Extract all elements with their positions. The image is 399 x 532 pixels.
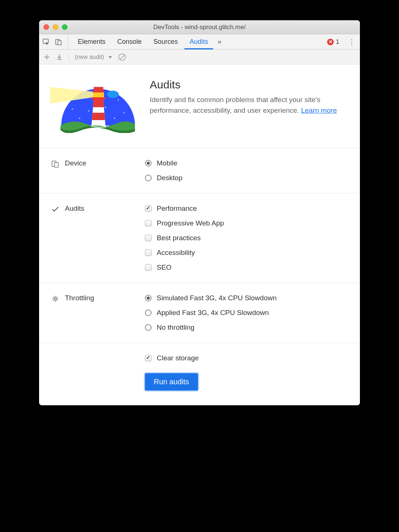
description-text: Identify and fix common problems that af…	[150, 96, 320, 114]
audit-select[interactable]: (new audit)	[73, 52, 114, 62]
gear-icon	[51, 294, 60, 303]
device-icon	[51, 160, 60, 168]
svg-point-9	[79, 118, 80, 119]
option-label: Progressive Web App	[157, 219, 224, 227]
clear-storage-section: Clear storage	[39, 343, 360, 373]
minimize-window-button[interactable]	[53, 24, 58, 30]
svg-rect-23	[55, 162, 58, 167]
devtools-window: DevTools - wind-sprout.glitch.me/ Elemen…	[39, 20, 360, 405]
svg-rect-18	[91, 97, 105, 99]
tabs-overflow-button[interactable]: »	[214, 34, 225, 49]
learn-more-link[interactable]: Learn more	[301, 106, 337, 114]
maximize-window-button[interactable]	[62, 24, 67, 30]
svg-marker-20	[93, 99, 104, 107]
tab-elements[interactable]: Elements	[72, 34, 111, 49]
radio-icon	[145, 295, 152, 301]
panel-title: Audits	[150, 78, 345, 91]
audit-option-accessibility[interactable]: Accessibility	[145, 249, 352, 257]
panel-tabbar: Elements Console Sources Audits » ✕ 1 ⋮	[39, 34, 360, 50]
option-label: Best practices	[157, 234, 201, 242]
throttling-option-simulated[interactable]: Simulated Fast 3G, 4x CPU Slowdown	[145, 294, 352, 302]
device-option-mobile[interactable]: Mobile	[145, 159, 352, 167]
radio-icon	[145, 324, 152, 331]
device-label: Device	[65, 159, 86, 167]
svg-point-24	[54, 298, 56, 300]
svg-point-12	[105, 107, 106, 108]
checkbox-icon	[145, 249, 152, 256]
svg-point-14	[107, 91, 119, 98]
option-label: Clear storage	[157, 354, 199, 362]
audits-label: Audits	[65, 204, 84, 213]
svg-point-10	[114, 118, 115, 119]
tab-sources[interactable]: Sources	[148, 34, 184, 49]
kebab-menu-icon[interactable]: ⋮	[344, 34, 360, 49]
traffic-lights	[44, 24, 67, 30]
checkbox-icon	[145, 220, 152, 227]
option-label: Accessibility	[157, 249, 195, 257]
check-icon	[51, 205, 60, 214]
throttling-option-applied[interactable]: Applied Fast 3G, 4x CPU Slowdown	[145, 309, 352, 317]
option-label: SEO	[157, 263, 171, 272]
option-label: Applied Fast 3G, 4x CPU Slowdown	[157, 309, 269, 317]
svg-point-11	[89, 111, 90, 112]
audit-option-seo[interactable]: SEO	[145, 263, 352, 272]
download-icon[interactable]	[55, 52, 64, 62]
throttling-section: Throttling Simulated Fast 3G, 4x CPU Slo…	[39, 283, 360, 343]
audits-section: Audits Performance Progressive Web App B…	[39, 193, 360, 283]
option-label: Desktop	[157, 174, 183, 182]
device-section: Device Mobile Desktop	[39, 148, 360, 193]
checkbox-icon	[145, 264, 152, 271]
run-audits-button[interactable]: Run audits	[145, 373, 198, 391]
audits-toolbar: (new audit)	[39, 50, 360, 64]
svg-point-6	[118, 99, 119, 101]
checkbox-icon	[145, 355, 152, 361]
device-option-desktop[interactable]: Desktop	[145, 174, 352, 182]
close-window-button[interactable]	[44, 24, 49, 30]
toolbar-divider	[69, 53, 69, 61]
svg-point-7	[72, 109, 73, 110]
audit-option-best-practices[interactable]: Best practices	[145, 234, 352, 242]
option-label: Mobile	[157, 159, 177, 167]
radio-icon	[145, 160, 152, 167]
audits-panel-content: Audits Identify and fix common problems …	[39, 64, 360, 405]
device-toggle-icon[interactable]	[54, 37, 63, 47]
window-title: DevTools - wind-sprout.glitch.me/	[39, 24, 360, 31]
hero-section: Audits Identify and fix common problems …	[39, 64, 360, 148]
checkbox-icon	[145, 205, 152, 212]
svg-rect-15	[94, 87, 103, 91]
clear-icon[interactable]	[117, 52, 127, 62]
radio-icon	[145, 175, 152, 181]
inspect-element-icon[interactable]	[41, 37, 51, 47]
window-titlebar: DevTools - wind-sprout.glitch.me/	[39, 20, 360, 34]
error-indicator[interactable]: ✕ 1	[327, 34, 344, 49]
error-icon: ✕	[327, 39, 334, 45]
svg-marker-21	[92, 113, 105, 120]
radio-icon	[145, 309, 152, 316]
error-count: 1	[336, 39, 339, 45]
checkbox-icon	[145, 235, 152, 241]
clear-storage-option[interactable]: Clear storage	[145, 354, 352, 362]
throttling-label: Throttling	[65, 294, 94, 302]
panel-description: Identify and fix common problems that af…	[150, 95, 345, 116]
option-label: Performance	[157, 204, 197, 213]
svg-rect-2	[58, 41, 61, 45]
option-label: No throttling	[157, 323, 194, 332]
tab-audits[interactable]: Audits	[184, 34, 214, 49]
lighthouse-illustration	[50, 74, 135, 133]
option-label: Simulated Fast 3G, 4x CPU Slowdown	[157, 294, 277, 302]
throttling-option-none[interactable]: No throttling	[145, 323, 352, 332]
tab-console[interactable]: Console	[111, 34, 148, 49]
new-audit-icon[interactable]	[42, 52, 52, 62]
svg-rect-17	[93, 91, 104, 92]
svg-point-8	[124, 112, 125, 113]
audit-option-pwa[interactable]: Progressive Web App	[145, 219, 352, 227]
audit-option-performance[interactable]: Performance	[145, 204, 352, 213]
